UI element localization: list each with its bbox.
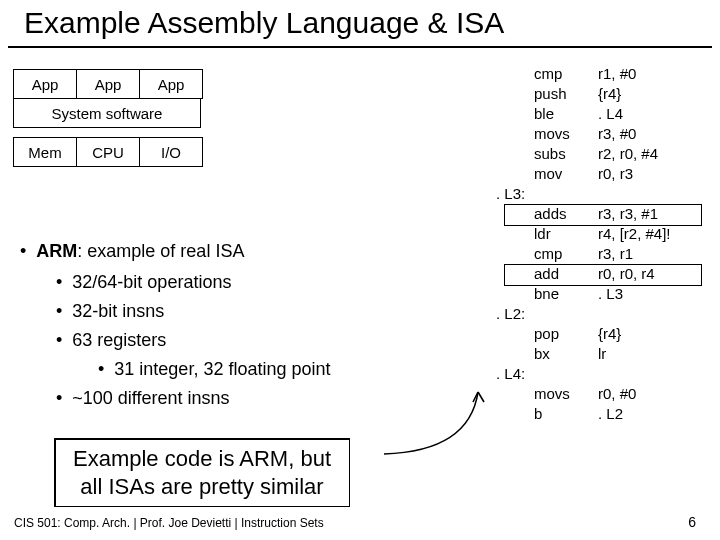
code-row: . L3: [506, 184, 702, 204]
bullet-item: • 32-bit insns [56, 298, 450, 325]
bullet-text: 31 integer, 32 floating point [114, 359, 330, 379]
code-op: cmp [534, 64, 598, 84]
code-arg: r0, #0 [598, 384, 702, 404]
bullet-text: 32/64-bit operations [72, 272, 231, 292]
code-op: bne [534, 284, 598, 304]
code-row: bne. L3 [506, 284, 702, 304]
code-arg: . L3 [598, 284, 702, 304]
code-arg: r0, r3 [598, 164, 702, 184]
code-row: subsr2, r0, #4 [506, 144, 702, 164]
code-arg: . L2 [598, 404, 702, 424]
arm-label: ARM [36, 241, 77, 261]
code-arg: r4, [r2, #4]! [598, 224, 702, 244]
code-row: b. L2 [506, 404, 702, 424]
code-row: addsr3, r3, #1 [506, 204, 702, 224]
bullet-item: • 63 registers [56, 327, 450, 354]
code-row: . L2: [506, 304, 702, 324]
stack-io: I/O [139, 137, 203, 167]
code-op: movs [534, 384, 598, 404]
system-stack-diagram: App App App System software Mem CPU I/O [14, 70, 203, 167]
code-row: movsr0, #0 [506, 384, 702, 404]
bullet-subitem: • 31 integer, 32 floating point [98, 356, 450, 383]
callout-box: Example code is ARM, but all ISAs are pr… [54, 438, 350, 507]
code-row: movsr3, #0 [506, 124, 702, 144]
code-arg: {r4} [598, 84, 702, 104]
code-label: . L3: [496, 184, 525, 204]
bullet-text: 32-bit insns [72, 301, 164, 321]
bullet-list: • ARM: example of real ISA • 32/64-bit o… [20, 232, 450, 412]
code-row: cmpr3, r1 [506, 244, 702, 264]
code-op: ldr [534, 224, 598, 244]
code-row: cmpr1, #0 [506, 64, 702, 84]
code-row: bxlr [506, 344, 702, 364]
code-op: mov [534, 164, 598, 184]
stack-app-1: App [13, 69, 77, 99]
code-op: add [534, 264, 598, 284]
code-op: subs [534, 144, 598, 164]
code-row: pop{r4} [506, 324, 702, 344]
bullet-heading: • ARM: example of real ISA [20, 238, 450, 265]
code-op: ble [534, 104, 598, 124]
code-op: adds [534, 204, 598, 224]
bullet-text: 63 registers [72, 330, 166, 350]
heading-text: : example of real ISA [77, 241, 244, 261]
code-arg: r1, #0 [598, 64, 702, 84]
code-label: . L2: [496, 304, 525, 324]
stack-app-2: App [76, 69, 140, 99]
stack-system-software: System software [13, 98, 201, 128]
code-row: ldrr4, [r2, #4]! [506, 224, 702, 244]
footer-text: CIS 501: Comp. Arch. | Prof. Joe Deviett… [14, 516, 324, 530]
stack-mem: Mem [13, 137, 77, 167]
stack-cpu: CPU [76, 137, 140, 167]
code-row: ble. L4 [506, 104, 702, 124]
code-row: movr0, r3 [506, 164, 702, 184]
code-op: b [534, 404, 598, 424]
code-op: push [534, 84, 598, 104]
code-arg: . L4 [598, 104, 702, 124]
assembly-code: cmpr1, #0push{r4}ble. L4movsr3, #0subsr2… [506, 64, 702, 424]
code-row: addr0, r0, r4 [506, 264, 702, 284]
code-arg: r2, r0, #4 [598, 144, 702, 164]
bullet-item: • ~100 different insns [56, 385, 450, 412]
code-op: bx [534, 344, 598, 364]
callout-line2: all ISAs are pretty similar [73, 473, 331, 501]
bullet-text: ~100 different insns [72, 388, 229, 408]
code-op: cmp [534, 244, 598, 264]
slide-title: Example Assembly Language & ISA [8, 0, 712, 48]
code-row: . L4: [506, 364, 702, 384]
code-op: pop [534, 324, 598, 344]
code-arg: r3, r3, #1 [598, 204, 702, 224]
slide-number: 6 [688, 514, 696, 530]
code-arg: r0, r0, r4 [598, 264, 702, 284]
code-arg: r3, r1 [598, 244, 702, 264]
code-op: movs [534, 124, 598, 144]
bullet-item: • 32/64-bit operations [56, 269, 450, 296]
stack-app-3: App [139, 69, 203, 99]
code-row: push{r4} [506, 84, 702, 104]
code-arg: r3, #0 [598, 124, 702, 144]
code-arg: lr [598, 344, 702, 364]
code-arg: {r4} [598, 324, 702, 344]
callout-line1: Example code is ARM, but [73, 445, 331, 473]
code-label: . L4: [496, 364, 525, 384]
